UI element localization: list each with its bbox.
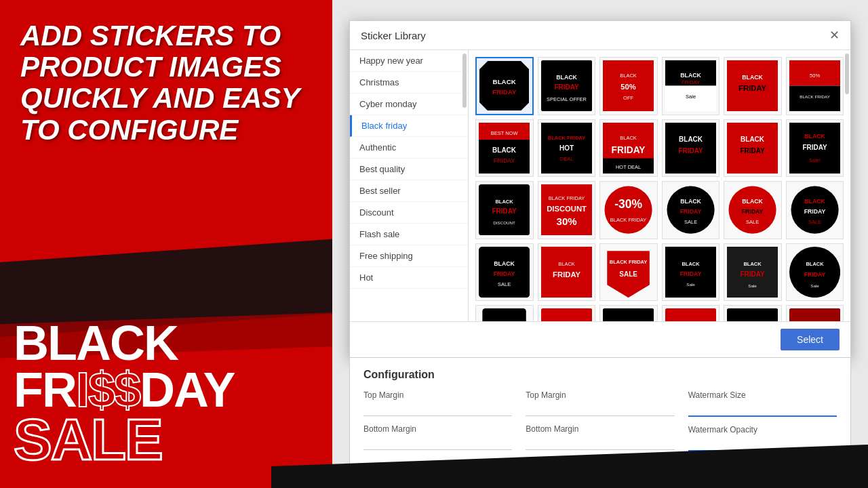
modal-footer: Select xyxy=(350,321,850,357)
bottom-margin-input-1[interactable] xyxy=(363,435,512,450)
sticker-15[interactable]: -30% BLACK FRIDAY xyxy=(599,181,658,239)
svg-text:SALE: SALE xyxy=(746,219,759,225)
sale-text: SALE xyxy=(14,413,234,468)
svg-marker-0 xyxy=(479,61,529,110)
bottom-margin-label-2: Bottom Margin xyxy=(526,424,674,434)
category-happy-new-year[interactable]: Happy new year xyxy=(350,50,468,72)
watermark-size-label: Watermark Size xyxy=(688,390,837,400)
svg-text:DISCOUNT: DISCOUNT xyxy=(547,205,587,213)
svg-text:Sale: Sale xyxy=(686,94,696,100)
svg-text:5%: 5% xyxy=(564,320,570,321)
svg-text:50%: 50% xyxy=(620,83,636,91)
modal-close-button[interactable]: ✕ xyxy=(829,29,840,41)
sticker-21[interactable]: BLACK FRIDAY SALE xyxy=(599,243,658,302)
sticker-grid-container: BLACK FRIDAY BLACK FRIDAY SPECIAL OFFER xyxy=(469,50,850,321)
sticker-17[interactable]: BLACK FRIDAY SALE xyxy=(724,181,782,239)
svg-text:BLACK: BLACK xyxy=(742,198,763,205)
modal-header: Sticker Library ✕ xyxy=(350,21,850,50)
sticker-20[interactable]: BLACK FRIDAY xyxy=(538,243,596,302)
sticker-19[interactable]: BLACK FRIDAY SALE xyxy=(475,243,534,302)
category-discount[interactable]: Discount xyxy=(350,202,468,224)
sticker-22[interactable]: BLACK FRIDAY Sale xyxy=(662,243,720,302)
svg-text:SALE: SALE xyxy=(498,281,511,287)
sticker-16[interactable]: BLACK FRIDAY SALE xyxy=(662,181,720,239)
top-margin-label-1: Top Margin xyxy=(363,390,512,400)
category-hot[interactable]: Hot xyxy=(350,267,468,289)
category-sidebar: Happy new year Christmas Cyber monday Bl… xyxy=(350,50,469,321)
bottom-margin-input-2[interactable] xyxy=(526,435,674,450)
sticker-9[interactable]: BLACK FRIDAY HOT DEAL xyxy=(599,119,658,178)
svg-text:BEST NOW: BEST NOW xyxy=(491,129,519,136)
sticker-14[interactable]: BLACK FRIDAY DISCOUNT 30% xyxy=(538,181,596,239)
svg-text:FRIDAY: FRIDAY xyxy=(553,270,580,279)
svg-text:Sale: Sale xyxy=(686,281,695,286)
svg-text:Sale!: Sale! xyxy=(809,157,821,163)
svg-text:BLACK: BLACK xyxy=(493,78,516,85)
svg-text:Sale: Sale xyxy=(748,283,757,288)
sticker-2[interactable]: BLACK FRIDAY SPECIAL OFFER xyxy=(538,57,596,115)
grid-scrollbar[interactable] xyxy=(845,54,849,94)
top-margin-input-1[interactable] xyxy=(363,401,512,416)
svg-text:OFF: OFF xyxy=(623,95,633,101)
sticker-30[interactable]: 25% BLACK FRIDAY xyxy=(786,305,844,321)
sticker-12[interactable]: BLACK FRIDAY Sale! xyxy=(786,119,844,178)
category-best-seller[interactable]: Best seller xyxy=(350,180,468,202)
right-panel: Sticker Library ✕ Happy new year Christm… xyxy=(332,0,868,488)
watermark-size-input[interactable] xyxy=(688,401,837,417)
sticker-23[interactable]: BLACK FRIDAY Sale xyxy=(724,243,782,302)
sticker-25[interactable]: BLACK FRIDAY Sale xyxy=(475,305,534,321)
category-free-shipping[interactable]: Free shipping xyxy=(350,245,468,267)
sticker-4[interactable]: BLACK FRIDAY Sale xyxy=(662,57,720,115)
sticker-24[interactable]: BLACK FRIDAY Sale xyxy=(786,243,844,302)
sticker-27[interactable]: 15% BLACK FRIDAY xyxy=(599,305,658,321)
sticker-29[interactable]: 25% BLACK FRIDAY xyxy=(724,305,782,321)
svg-text:FRIDAY: FRIDAY xyxy=(802,144,827,151)
sticker-5[interactable]: BLACK FRIDAY xyxy=(724,57,782,115)
svg-text:BLACK: BLACK xyxy=(806,260,824,266)
sidebar-scrollbar[interactable] xyxy=(462,54,467,108)
svg-text:FRIDAY: FRIDAY xyxy=(741,270,766,278)
top-margin-input-2[interactable] xyxy=(526,401,674,416)
category-flash-sale[interactable]: Flash sale xyxy=(350,224,468,245)
sticker-13[interactable]: BLACK FRIDAY DISCOUNT xyxy=(475,181,534,239)
sticker-28[interactable]: 15% BLACK FRIDAY xyxy=(662,305,720,321)
svg-text:BLACK: BLACK xyxy=(620,135,637,141)
svg-text:FRIDAY: FRIDAY xyxy=(741,147,766,155)
sticker-18[interactable]: BLACK FRIDAY SALE xyxy=(786,181,844,239)
sticker-11[interactable]: BLACK FRIDAY xyxy=(724,119,782,178)
category-christmas[interactable]: Christmas xyxy=(350,72,468,94)
category-authentic[interactable]: Authentic xyxy=(350,137,468,159)
svg-text:25%: 25% xyxy=(810,320,819,321)
select-button[interactable]: Select xyxy=(781,329,840,350)
svg-text:DISCOUNT: DISCOUNT xyxy=(493,220,515,225)
sticker-6[interactable]: 50% BLACK FRIDAY xyxy=(786,57,844,115)
svg-text:BLACK: BLACK xyxy=(492,146,517,154)
category-cyber-monday[interactable]: Cyber monday xyxy=(350,94,468,115)
svg-text:BLACK: BLACK xyxy=(741,135,765,142)
category-black-friday[interactable]: Black friday xyxy=(350,115,468,137)
svg-text:BLACK FRIDAY: BLACK FRIDAY xyxy=(547,135,585,141)
svg-text:SPECIAL OFFER: SPECIAL OFFER xyxy=(547,96,587,102)
modal-body: Happy new year Christmas Cyber monday Bl… xyxy=(350,50,850,321)
svg-text:FRIDAY: FRIDAY xyxy=(492,207,517,215)
sticker-3[interactable]: BLACK 50% OFF xyxy=(599,57,658,115)
svg-text:BLACK: BLACK xyxy=(804,132,825,139)
svg-text:SALE: SALE xyxy=(684,219,697,225)
svg-text:FRIDAY: FRIDAY xyxy=(804,271,825,278)
sticker-10[interactable]: BLACK FRIDAY xyxy=(662,119,720,178)
sticker-26[interactable]: 5% BLACK FRIDAY xyxy=(538,305,596,321)
sticker-7[interactable]: BEST NOW BLACK FRIDAY xyxy=(475,119,534,178)
top-margin-label-2: Top Margin xyxy=(526,390,674,400)
svg-text:BLACK: BLACK xyxy=(680,198,701,205)
sticker-8[interactable]: BLACK FRIDAY HOT DEAL xyxy=(538,119,596,178)
sticker-1[interactable]: BLACK FRIDAY xyxy=(475,57,534,115)
svg-text:BLACK: BLACK xyxy=(556,74,577,81)
svg-text:FRIDAY: FRIDAY xyxy=(554,83,579,91)
svg-text:BLACK: BLACK xyxy=(744,260,762,266)
category-best-quality[interactable]: Best quality xyxy=(350,159,468,180)
svg-text:BLACK: BLACK xyxy=(679,135,703,142)
svg-text:FRIDAY: FRIDAY xyxy=(738,84,766,92)
svg-text:15%: 15% xyxy=(686,320,695,321)
watermark-opacity-label: Watermark Opacity xyxy=(688,425,837,434)
svg-text:BLACK FRIDAY: BLACK FRIDAY xyxy=(548,195,585,201)
